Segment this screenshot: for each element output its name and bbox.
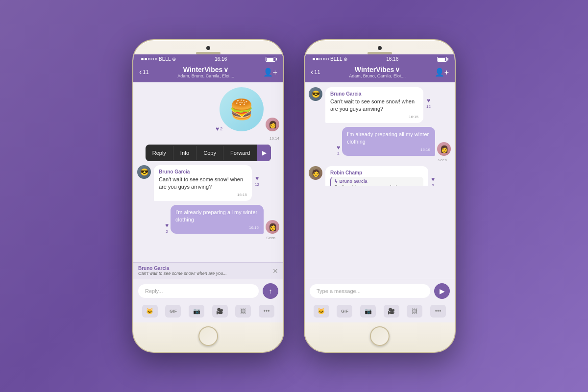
signal-1 (141, 58, 157, 60)
robin-message: 🧑 Robin Champ ↳ Bruno Garcia Can't wait … (309, 166, 451, 186)
back-count-2: 11 (314, 69, 320, 75)
bruno-time-2: 16:15 (330, 115, 418, 119)
phone-bottom-2 (305, 322, 455, 352)
dropdown-arrow-1: ∨ (223, 66, 228, 74)
seen-label-1: Seen (137, 236, 279, 240)
sent-avatar-3: 👩 (437, 142, 451, 156)
sticker-likes: ♥ 2 (216, 125, 222, 132)
sent-message-2: ♥ 2 I'm already preparing all my winter … (309, 127, 451, 156)
sent-likes-2: ♥ 2 (337, 139, 340, 156)
input-bar-2: Type a message... ▶ (305, 279, 455, 303)
dot4 (151, 58, 154, 60)
more-icon-2[interactable]: ••• (430, 305, 446, 318)
forward-button[interactable]: Forward (223, 146, 257, 160)
dropdown-arrow-2: ∨ (395, 66, 400, 74)
bruno-time-1: 16:15 (159, 193, 247, 197)
video-icon-2[interactable]: 🎥 (384, 305, 399, 318)
quoted-message: ↳ Bruno Garcia Can't wait to see some sn… (330, 177, 423, 186)
camera-icon-2[interactable]: 📷 (360, 305, 376, 318)
gallery-icon-1[interactable]: 🖼 (235, 305, 251, 318)
reply-button[interactable]: Reply (146, 146, 173, 160)
sticker-message: 🍔 ♥ 2 👩 (137, 87, 279, 131)
bruno-name-2: Bruno Garcia (330, 91, 418, 97)
dot1-2 (313, 58, 315, 60)
back-button-1[interactable]: ‹ 11 (139, 68, 149, 76)
nav-bar-1: ‹ 11 WinterVibes ∨ Adam, Bruno, Camila, … (133, 63, 283, 82)
sent-time-1: 16:16 (175, 225, 259, 230)
status-bar-1: BELL ⊛ 16:16 (133, 54, 283, 63)
bruno-bubble-2: Bruno Garcia Can't wait to see some snow… (325, 87, 423, 123)
play-button[interactable]: ▶ (257, 145, 271, 161)
phone-bottom-1 (133, 322, 283, 352)
heart-icon-sent2: ♥ (337, 144, 340, 151)
dot2 (145, 58, 147, 60)
nav-title-1[interactable]: WinterVibes ∨ (177, 66, 234, 74)
dot5 (155, 58, 157, 60)
gif-icon-1[interactable]: GIF (165, 305, 181, 318)
message-input-2[interactable]: Type a message... (310, 284, 430, 298)
status-right-1 (266, 57, 275, 62)
home-button-2[interactable] (370, 326, 390, 346)
phone-top-1 (133, 40, 283, 54)
chat-area-1: 🍔 ♥ 2 👩 16:14 Reply Info Copy Forward ▶ (133, 82, 283, 322)
emoji-icon-1[interactable]: 🐱 (142, 305, 158, 318)
video-icon-1[interactable]: 🎥 (212, 305, 228, 318)
add-member-button-2[interactable]: 👤+ (435, 68, 449, 77)
phone-top-2 (305, 40, 455, 54)
bruno-message-2: 😎 Bruno Garcia Can't wait to see some sn… (309, 87, 451, 123)
messages-2: 😎 Bruno Garcia Can't wait to see some sn… (305, 82, 455, 186)
sent-text-1: I'm already preparing all my winter clot… (175, 209, 259, 224)
status-left-2: BELL ⊛ (313, 56, 347, 62)
chat-area-2: 😎 Bruno Garcia Can't wait to see some sn… (305, 82, 455, 322)
phone-1: BELL ⊛ 16:16 ‹ 11 WinterVibes ∨ Adam, Br… (132, 39, 284, 353)
signal-2 (313, 58, 329, 60)
input-bar-1: Reply... ↑ (133, 279, 283, 303)
emoji-icon-2[interactable]: 🐱 (314, 305, 329, 318)
toolbar-2: 🐱 GIF 📷 🎥 🖼 ••• (305, 303, 455, 322)
nav-center-1: WinterVibes ∨ Adam, Bruno, Camila, Eloi.… (177, 66, 234, 78)
sent-like-count-1: 2 (166, 229, 168, 234)
status-right-2 (437, 57, 447, 62)
gif-icon-2[interactable]: GIF (337, 305, 352, 318)
reply-preview-1: Can't wait to see some snow! when are yo… (138, 271, 272, 276)
bruno-avatar-2: 😎 (309, 87, 322, 101)
heart-icon-bruno2: ♥ (427, 97, 430, 104)
bruno-message-1: 😎 Bruno Garcia Can't wait to see some sn… (137, 165, 279, 201)
status-left-1: BELL ⊛ (141, 56, 176, 62)
reply-close-1[interactable]: ✕ (272, 267, 278, 275)
time-2: 16:16 (386, 56, 398, 62)
info-button[interactable]: Info (173, 146, 196, 160)
bruno-likes-2: ♥ 12 (426, 87, 431, 109)
toolbar-1: 🐱 GIF 📷 🎥 🖼 ••• (133, 303, 283, 322)
nav-title-2[interactable]: WinterVibes ∨ (349, 66, 406, 74)
bruno-like-count-1: 12 (255, 182, 259, 187)
sticker-like-count: 2 (220, 126, 222, 131)
battery-1 (266, 57, 275, 62)
bruno-avatar-1: 😎 (137, 165, 151, 179)
dot4-2 (323, 58, 325, 60)
nav-center-2: WinterVibes ∨ Adam, Bruno, Camila, Eloi.… (349, 66, 406, 78)
quote-sender: ↳ Bruno Garcia (334, 179, 420, 184)
more-icon-1[interactable]: ••• (259, 305, 274, 318)
sent-avatar-1: 👩 (266, 118, 279, 131)
message-input-1[interactable]: Reply... (138, 284, 259, 298)
time-1: 16:16 (215, 56, 227, 62)
back-arrow-1: ‹ (139, 68, 142, 76)
back-button-2[interactable]: ‹ 11 (311, 68, 320, 76)
gallery-icon-2[interactable]: 🖼 (407, 305, 422, 318)
wifi-icon-2: ⊛ (343, 56, 347, 62)
home-button-1[interactable] (198, 326, 218, 346)
send-button-1[interactable]: ↑ (263, 283, 278, 299)
add-member-button-1[interactable]: 👤+ (263, 68, 277, 77)
camera-2 (378, 46, 382, 50)
phone-2: BELL ⊛ 16:16 ‹ 11 WinterVibes ∨ Adam, Br… (304, 39, 456, 353)
messages-1: 🍔 ♥ 2 👩 16:14 Reply Info Copy Forward ▶ (133, 82, 283, 262)
copy-button[interactable]: Copy (196, 146, 223, 160)
send-button-2[interactable]: ▶ (434, 283, 450, 299)
sticker-wrap: 🍔 ♥ 2 (220, 87, 264, 131)
bruno-text-2: Can't wait to see some snow! when are yo… (330, 98, 418, 113)
camera-icon-1[interactable]: 📷 (189, 305, 204, 318)
robin-likes: ♥ 3 (431, 166, 435, 186)
heart-icon-robin: ♥ (431, 176, 435, 183)
dot3 (148, 58, 150, 60)
